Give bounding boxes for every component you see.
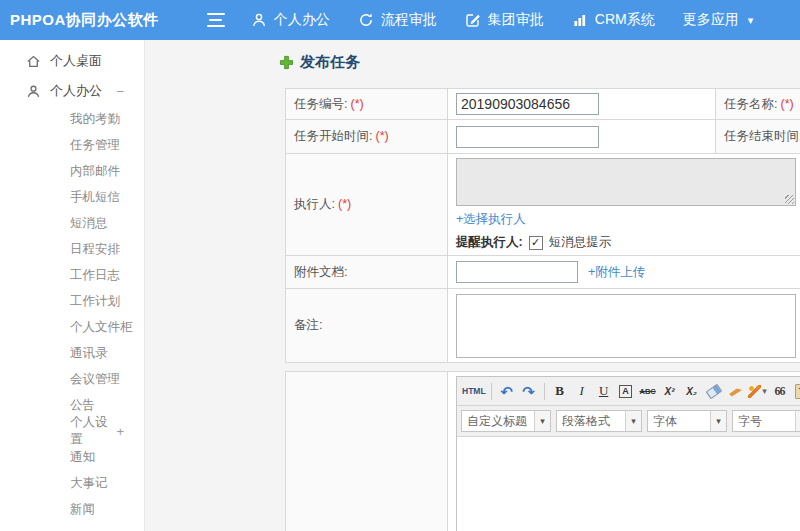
sidebar-item-my-attendance[interactable]: 我的考勤: [0, 106, 144, 132]
nav-more-apps[interactable]: 更多应用▾: [683, 11, 754, 29]
start-time-label: 任务开始时间:: [294, 129, 372, 143]
sidebar-item-label: 个人桌面: [50, 52, 102, 70]
choose-executor-link[interactable]: +选择执行人: [456, 211, 526, 228]
remark-textarea[interactable]: [456, 294, 796, 358]
custom-title-select[interactable]: 自定义标题▾: [461, 410, 551, 432]
editor-content-area[interactable]: [457, 437, 800, 531]
superscript-button[interactable]: X²: [660, 381, 680, 401]
rich-text-editor: HTML↶↷BIUAABCX²X₂▾66A▾ 自定义标题▾段落格式▾字体▾字号▾: [456, 376, 800, 531]
blockquote-button[interactable]: 66: [770, 381, 790, 401]
toolbar-separator: [491, 383, 492, 400]
font-size-select[interactable]: 字号▾: [732, 410, 800, 432]
nav-label: CRM系统: [595, 11, 655, 29]
topbar-nav: 个人办公流程审批集团审批CRM系统更多应用▾: [251, 11, 753, 29]
sidebar-item-mobile-sms[interactable]: 手机短信: [0, 184, 144, 210]
sidebar-item-meeting-management[interactable]: 会议管理: [0, 366, 144, 392]
table-row: 任务描述:(*) HTML↶↷BIUAABCX²X₂▾66A▾ 自定义标题▾段落…: [286, 372, 800, 531]
format-brush-icon[interactable]: [726, 381, 746, 401]
task-form-table: 任务编号:(*) 任务名称:(*) 任务开始时间:(*) 任务结束时间:(*) …: [285, 88, 800, 363]
required-mark: (*): [780, 97, 793, 111]
sidebar-item-contacts[interactable]: 通讯录: [0, 340, 144, 366]
font-border-button[interactable]: A: [616, 381, 636, 401]
table-row: 任务编号:(*) 任务名称:(*): [286, 89, 800, 120]
sidebar-item-label: 日程安排: [70, 241, 120, 258]
sms-remind-checkbox[interactable]: ✓: [529, 236, 543, 250]
page-header: 发布任务: [279, 53, 360, 72]
sidebar-item-label: 个人文件柜: [70, 319, 133, 336]
sidebar-item-work-log[interactable]: 工作日志: [0, 262, 144, 288]
sidebar-item-personal-office[interactable]: 个人办公−: [0, 76, 144, 106]
task-description-table: 任务描述:(*) HTML↶↷BIUAABCX²X₂▾66A▾ 自定义标题▾段落…: [285, 371, 800, 531]
nav-group-approval[interactable]: 集团审批: [465, 11, 544, 29]
subscript-button[interactable]: X₂: [682, 381, 702, 401]
sidebar-item-label: 个人设置: [70, 414, 116, 448]
strikethrough-button[interactable]: ABC: [638, 381, 658, 401]
paste-text-icon[interactable]: [792, 381, 800, 401]
nav-label: 更多应用: [683, 11, 739, 29]
home-icon: [26, 54, 41, 69]
sidebar-item-work-plan[interactable]: 工作计划: [0, 288, 144, 314]
executor-label: 执行人:: [294, 197, 335, 211]
html-source-button[interactable]: HTML: [462, 381, 486, 401]
main-content: 发布任务 任务编号:(*) 任务名称:(*) 任务开始时间:(*) 任务结束时间…: [146, 40, 800, 531]
required-mark: (*): [338, 197, 351, 211]
hamburger-icon[interactable]: [207, 13, 225, 27]
sidebar-item-label: 短消息: [70, 215, 108, 232]
collapse-icon[interactable]: −: [116, 84, 124, 99]
sidebar-item-label: 公告: [70, 397, 95, 414]
sidebar-item-notice[interactable]: 通知: [0, 444, 144, 470]
expand-icon[interactable]: +: [116, 424, 124, 439]
task-number-label: 任务编号:: [294, 97, 347, 111]
nav-label: 流程审批: [381, 11, 437, 29]
table-row: 执行人:(*) +选择执行人 提醒执行人: ✓ 短消息提示: [286, 154, 800, 256]
nav-crm-system[interactable]: CRM系统: [572, 11, 655, 29]
sidebar-item-personal-settings[interactable]: 个人设置+: [0, 418, 144, 444]
sidebar-item-label: 通知: [70, 449, 95, 466]
sidebar-item-label: 工作日志: [70, 267, 120, 284]
required-mark: (*): [375, 129, 388, 143]
sidebar-item-internal-mail[interactable]: 内部邮件: [0, 158, 144, 184]
sms-remind-label: 短消息提示: [549, 234, 612, 251]
italic-button[interactable]: I: [572, 381, 592, 401]
font-family-select[interactable]: 字体▾: [647, 410, 727, 432]
sidebar-item-label: 手机短信: [70, 189, 120, 206]
nav-personal-office[interactable]: 个人办公: [251, 11, 330, 29]
caret-down-icon: ▾: [710, 411, 726, 431]
paragraph-format-select[interactable]: 段落格式▾: [556, 410, 642, 432]
nav-workflow-approval[interactable]: 流程审批: [358, 11, 437, 29]
workflow-icon: [358, 12, 374, 28]
redo-icon[interactable]: ↷: [519, 381, 539, 401]
table-row: 备注:: [286, 289, 800, 363]
undo-icon[interactable]: ↶: [497, 381, 517, 401]
caret-down-icon: ▾: [795, 411, 800, 431]
sidebar-item-personal-desktop[interactable]: 个人桌面: [0, 46, 144, 76]
sidebar-item-label: 新闻: [70, 501, 95, 518]
attachment-input[interactable]: [456, 261, 578, 283]
sidebar-item-short-message[interactable]: 短消息: [0, 210, 144, 236]
sidebar-item-label: 工作计划: [70, 293, 120, 310]
auto-typeset-icon[interactable]: ▾: [748, 381, 768, 401]
task-number-input[interactable]: [456, 93, 599, 115]
sidebar-item-memorabilia[interactable]: 大事记: [0, 470, 144, 496]
sidebar-item-schedule[interactable]: 日程安排: [0, 236, 144, 262]
start-time-input[interactable]: [456, 126, 599, 148]
caret-down-icon: ▾: [762, 386, 767, 396]
editor-toolbar-row1: HTML↶↷BIUAABCX²X₂▾66A▾: [457, 377, 800, 406]
sidebar-item-label: 通讯录: [70, 345, 108, 362]
attachment-upload-link[interactable]: +附件上传: [588, 264, 645, 281]
sidebar-item-task-management[interactable]: 任务管理: [0, 132, 144, 158]
sidebar-item-label: 个人办公: [50, 82, 102, 100]
sidebar: 个人桌面个人办公−我的考勤任务管理内部邮件手机短信短消息日程安排工作日志工作计划…: [0, 40, 145, 531]
add-plus-icon: [279, 55, 294, 70]
phpoa-app-window: PHPOA协同办公软件 个人办公流程审批集团审批CRM系统更多应用▾ 个人桌面个…: [0, 0, 800, 531]
sidebar-item-personal-file-cabinet[interactable]: 个人文件柜: [0, 314, 144, 340]
editor-toolbar-row2: 自定义标题▾段落格式▾字体▾字号▾: [457, 406, 800, 437]
toolbar-separator: [544, 383, 545, 400]
bold-button[interactable]: B: [550, 381, 570, 401]
caret-down-icon: ▾: [748, 14, 754, 27]
underline-button[interactable]: U: [594, 381, 614, 401]
eraser-icon[interactable]: [704, 381, 724, 401]
executor-textarea[interactable]: [456, 158, 796, 206]
remark-label: 备注:: [294, 318, 322, 332]
sidebar-item-news[interactable]: 新闻: [0, 496, 144, 522]
